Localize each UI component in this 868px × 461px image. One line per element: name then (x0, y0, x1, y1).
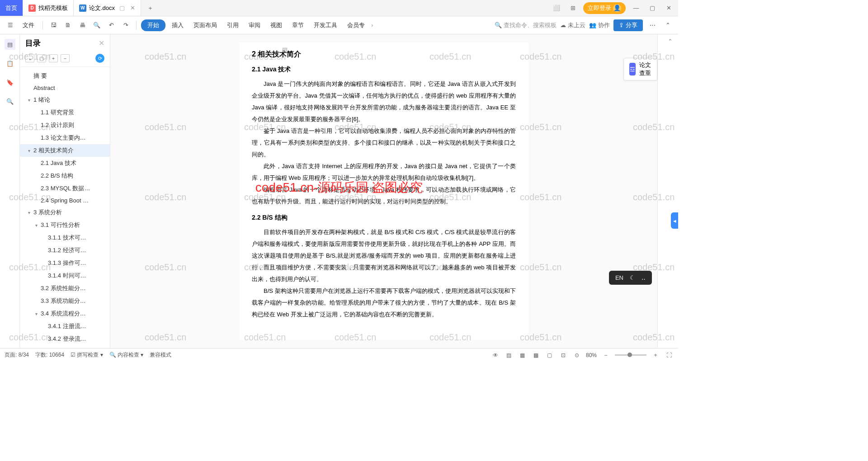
toc-item[interactable]: 2.2 B/S 结构 (20, 169, 110, 182)
word-count[interactable]: 字数: 10664 (35, 351, 64, 359)
new-tab-button[interactable]: ＋ (141, 0, 159, 16)
toc-item[interactable]: ▾3 系统分析 (20, 206, 110, 219)
expand-icon[interactable]: ▢ (37, 54, 46, 62)
close-outline-icon[interactable]: ✕ (99, 39, 104, 47)
sync-icon[interactable]: ⟳ (95, 54, 104, 63)
toc-item[interactable]: 3.1.2 经济可… (20, 244, 110, 257)
thesis-check-button[interactable]: ☲ 论文查重 (623, 58, 657, 80)
separator (42, 21, 43, 30)
menu-view[interactable]: 视图 (267, 19, 286, 31)
view-mode-1-icon[interactable]: ▤ (505, 351, 514, 360)
content-check[interactable]: 🔍 内容检查 ▾ (109, 351, 144, 359)
ime-lang: EN (615, 274, 623, 281)
bookmark-icon[interactable]: 🔖 (5, 77, 15, 88)
print-icon[interactable]: 🖶 (76, 19, 88, 31)
cloud-status[interactable]: ☁ 未上云 (560, 21, 585, 29)
minimize-button[interactable]: — (630, 2, 642, 14)
menu-insert[interactable]: 插入 (168, 19, 187, 31)
menu-developer[interactable]: 开发工具 (310, 19, 341, 31)
toc-item[interactable]: 3.3 系统功能分… (20, 295, 110, 307)
layout-icon[interactable]: ⬜ (551, 2, 562, 14)
tab-document-label: 论文.docx (89, 4, 115, 12)
search-panel-icon[interactable]: 🔍 (5, 96, 15, 107)
toc-item[interactable]: 3.4.2 登录流… (20, 333, 110, 345)
zoom-settings-icon[interactable]: ⊙ (572, 351, 581, 360)
split-icon[interactable]: ▢ (119, 5, 125, 11)
tab-home[interactable]: 首页 (0, 0, 23, 16)
outline-tools: ⌄ ▢ + − ⟳ (20, 52, 110, 67)
view-mode-4-icon[interactable]: ▢ (545, 351, 554, 360)
compat-mode[interactable]: 兼容模式 (150, 351, 171, 359)
toc-item[interactable]: 3.1.4 时间可… (20, 269, 110, 282)
toc-item[interactable]: ▾3.1 可行性分析 (20, 219, 110, 231)
toc-item[interactable]: 3.1.1 技术可… (20, 231, 110, 244)
preview-icon[interactable]: 🔍 (91, 19, 103, 31)
word-icon: W (79, 5, 86, 12)
toc-item[interactable]: ▾1 绪论 (20, 94, 110, 106)
zoom-level[interactable]: 80% (586, 352, 597, 358)
cloud-icon: ☁ (560, 22, 566, 28)
maximize-button[interactable]: ▢ (646, 2, 658, 14)
page-margin-icon[interactable]: ▤ (282, 46, 288, 53)
document-area[interactable]: ▤ 2 相关技术简介 2.1 Java 技术 Java 是一门伟大的纯面向对象的… (110, 34, 657, 348)
toc-item[interactable]: 1.3 论文主要内… (20, 132, 110, 144)
menu-review[interactable]: 审阅 (245, 19, 264, 31)
toc-item[interactable]: 3.4.1 注册流… (20, 320, 110, 333)
login-button[interactable]: 立即登录 👤 (583, 2, 626, 14)
file-menu[interactable]: 文件 (19, 19, 38, 31)
hamburger-icon[interactable]: ☰ (5, 19, 16, 31)
close-window-button[interactable]: ✕ (663, 2, 675, 14)
tab-template[interactable]: D 找稻壳模板 (23, 0, 74, 16)
toc-item[interactable]: 2.3 MYSQL 数据… (20, 182, 110, 195)
collab-button[interactable]: 👥 协作 (589, 21, 610, 29)
toc-item[interactable]: 1.1 研究背景 (20, 106, 110, 119)
menu-section[interactable]: 章节 (288, 19, 307, 31)
close-icon[interactable]: ✕ (130, 5, 135, 11)
add-icon[interactable]: + (49, 54, 58, 62)
collapse-ribbon-icon[interactable]: ⌃ (662, 19, 674, 31)
view-mode-5-icon[interactable]: ⊡ (559, 351, 568, 360)
share-button[interactable]: ⇪ 分享 (613, 19, 643, 31)
toc-item[interactable]: 1.2 设计原则 (20, 119, 110, 132)
remove-icon[interactable]: − (61, 54, 70, 62)
toc-item[interactable]: 2.1 Java 技术 (20, 157, 110, 169)
tab-document[interactable]: W 论文.docx ▢ ✕ (74, 0, 141, 16)
toc-item[interactable]: 3.1.3 操作可… (20, 257, 110, 269)
more-icon[interactable]: ⋯ (646, 19, 658, 31)
view-mode-2-icon[interactable]: ▦ (518, 351, 527, 360)
outline-icon[interactable]: ▤ (5, 39, 15, 50)
command-search[interactable]: 🔍 查找命令、搜索模板 (495, 21, 557, 29)
fullscreen-icon[interactable]: ⛶ (665, 351, 674, 360)
task-icon[interactable]: 📋 (5, 58, 15, 69)
redo-icon[interactable]: ↷ (120, 19, 132, 31)
toc-item[interactable]: Abstract (20, 82, 110, 94)
eye-icon[interactable]: 👁 (491, 351, 500, 360)
spell-check[interactable]: ☑ 拼写检查 ▾ (71, 351, 103, 359)
toc-item[interactable]: 2.4 Spring Boot … (20, 195, 110, 206)
chevron-right-icon[interactable]: › (371, 22, 373, 28)
toc-item[interactable]: ▾4 系统设计 (20, 345, 110, 348)
menu-references[interactable]: 引用 (223, 19, 242, 31)
floating-tab[interactable]: ◂ (671, 212, 678, 229)
collapse-right-icon[interactable]: ⌃ (668, 38, 673, 45)
zoom-in-icon[interactable]: + (651, 351, 660, 360)
share-icon: ⇪ (619, 22, 624, 28)
save-as-icon[interactable]: 🗎 (62, 19, 74, 31)
collapse-all-icon[interactable]: ⌄ (25, 54, 34, 62)
page-indicator[interactable]: 页面: 8/34 (5, 351, 29, 359)
ime-indicator[interactable]: EN ☾ ‥ (609, 271, 652, 285)
undo-icon[interactable]: ↶ (105, 19, 117, 31)
menu-page-layout[interactable]: 页面布局 (190, 19, 221, 31)
view-mode-3-icon[interactable]: ▩ (532, 351, 541, 360)
menu-member[interactable]: 会员专 (344, 19, 368, 31)
toc-item[interactable]: 摘 要 (20, 70, 110, 82)
toc-item[interactable]: ▾2 相关技术简介 (20, 144, 110, 157)
save-icon[interactable]: 🖫 (47, 19, 59, 31)
avatar-icon: 👤 (613, 4, 621, 12)
apps-icon[interactable]: ⊞ (567, 2, 579, 14)
toc-item[interactable]: 3.2 系统性能分… (20, 282, 110, 295)
zoom-slider[interactable] (615, 354, 646, 356)
toc-item[interactable]: ▾3.4 系统流程分… (20, 307, 110, 320)
zoom-out-icon[interactable]: − (601, 351, 610, 360)
menu-start[interactable]: 开始 (141, 19, 165, 31)
